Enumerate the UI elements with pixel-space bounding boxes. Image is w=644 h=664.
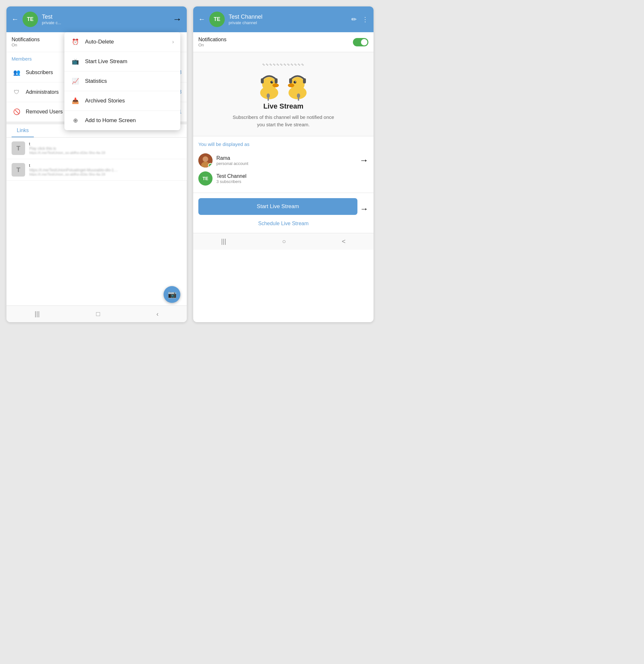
notifications-toggle[interactable] <box>353 38 368 46</box>
schedule-live-stream-link[interactable]: Schedule Live Stream <box>198 220 368 228</box>
auto-delete-label: Auto-Delete <box>85 39 167 45</box>
link-item-1[interactable]: T t Play click this is https://t.me/Test… <box>6 138 187 159</box>
link-title-1: t <box>29 141 181 146</box>
channel-subtitle: private c... <box>42 20 169 25</box>
svg-point-4 <box>272 82 273 82</box>
administrators-icon: 🛡 <box>12 87 22 97</box>
right-channel-name: Test Channel <box>229 14 347 20</box>
personal-type: personal account <box>216 161 357 166</box>
right-header-actions: ✏ ⋮ <box>351 16 368 23</box>
nav-square[interactable]: □ <box>96 310 100 318</box>
dropdown-item-archived-stories[interactable]: 📥 Archived Stories <box>64 91 180 111</box>
start-live-stream-label: Start Live Stream <box>85 58 174 65</box>
channel-info: Test private c... <box>42 14 169 25</box>
verified-badge: ✓ <box>208 163 213 168</box>
ducks-row <box>256 69 310 102</box>
archived-stories-icon: 📥 <box>71 96 80 105</box>
right-bottom-nav: ||| ○ < <box>193 233 373 250</box>
notifications-toggle-row: Notifications On <box>193 32 373 52</box>
right-back-button[interactable]: ← <box>198 15 206 23</box>
add-home-icon: ⊕ <box>71 116 80 125</box>
actions-section: Start Live Stream → Schedule Live Stream <box>193 193 373 233</box>
channel-account-row[interactable]: TE Test Channel 3 subscribers <box>198 169 368 187</box>
notifications-info: Notifications On <box>198 37 353 47</box>
right-nav-back[interactable]: < <box>342 238 346 245</box>
right-header: ← TE Test Channel private channel ✏ ⋮ <box>193 6 373 32</box>
link-desc-2: https://t.me/TestUnionPoluatinget-Muuoab… <box>29 168 119 172</box>
link-url-2: https://t.me/TestUnion_so-abfho-d1bc-5ho… <box>29 172 119 176</box>
right-nav-circle[interactable]: ○ <box>282 238 286 245</box>
add-home-label: Add to Home Screen <box>85 117 174 124</box>
links-tab[interactable]: Links <box>12 124 34 137</box>
channel-account-name: Test Channel <box>216 173 368 179</box>
right-notifications-label: Notifications <box>198 37 353 43</box>
personal-avatar: ✓ <box>198 153 213 168</box>
link-title-2: t <box>29 163 181 168</box>
camera-icon: 📷 <box>168 290 176 299</box>
duck-left <box>256 69 282 102</box>
link-url-1: https://t.me/TestUnion_so-abfho-d1bc-5ho… <box>29 151 119 154</box>
live-stream-icon: 📺 <box>71 57 80 66</box>
dropdown-item-add-to-home-screen[interactable]: ⊕ Add to Home Screen <box>64 111 180 130</box>
start-live-stream-label: Start Live Stream <box>257 203 299 210</box>
left-header: ← TE Test private c... → <box>6 6 187 32</box>
live-stream-section: ∿∿∿∿∿∿∿∿∿∿∿∿ <box>193 52 373 136</box>
statistics-label: Statistics <box>85 78 174 84</box>
bottom-nav: ||| □ ‹ <box>6 306 187 322</box>
svg-point-17 <box>297 94 300 98</box>
svg-point-2 <box>273 83 279 87</box>
dropdown-menu: ⏰ Auto-Delete › 📺 Start Live Stream 📈 St… <box>64 32 180 130</box>
link-item-2[interactable]: T t https://t.me/TestUnionPoluatinget-Mu… <box>6 159 187 181</box>
channel-account-info: Test Channel 3 subscribers <box>216 173 368 184</box>
right-nav-home[interactable]: ||| <box>221 238 227 245</box>
link-thumb-1: T <box>12 141 25 155</box>
svg-point-21 <box>203 157 208 162</box>
back-button[interactable]: ← <box>12 15 19 23</box>
chevron-right-icon: › <box>172 39 174 45</box>
right-notifications-value: On <box>198 43 353 47</box>
link-desc-1: Play click this is <box>29 146 119 151</box>
link-thumb-2: T <box>12 163 25 177</box>
auto-delete-icon: ⏰ <box>71 37 80 46</box>
right-phone: ← TE Test Channel private channel ✏ ⋮ No… <box>193 6 373 322</box>
edit-icon[interactable]: ✏ <box>351 16 357 23</box>
start-btn-arrow: → <box>360 204 368 214</box>
dropdown-item-start-live-stream[interactable]: 📺 Start Live Stream <box>64 52 180 71</box>
svg-point-11 <box>288 83 294 87</box>
right-channel-subtitle: private channel <box>229 20 347 25</box>
toggle-knob <box>361 39 367 45</box>
account-arrow: → <box>359 155 368 166</box>
dropdown-item-statistics[interactable]: 📈 Statistics <box>64 71 180 91</box>
personal-account-info: Rama personal account <box>216 155 357 166</box>
annotation-arrow: → <box>173 14 181 24</box>
right-channel-info: Test Channel private channel <box>229 14 347 25</box>
channel-account-type: 3 subscribers <box>216 179 368 184</box>
link-content-2: t https://t.me/TestUnionPoluatinget-Muuo… <box>29 163 181 176</box>
sound-waves: ∿∿∿∿∿∿∿∿∿∿∿∿ <box>262 62 305 67</box>
links-section: Links T t Play click this is https://t.m… <box>6 124 187 181</box>
right-avatar: TE <box>209 12 225 27</box>
svg-point-13 <box>295 82 296 82</box>
live-stream-desc: Subscribers of this channel will be noti… <box>229 114 338 128</box>
live-stream-title: Live Stream <box>263 102 304 110</box>
nav-back[interactable]: ‹ <box>156 310 159 318</box>
more-icon[interactable]: ⋮ <box>362 16 368 23</box>
displayed-as-title: You will be displayed as <box>198 141 368 147</box>
personal-account-row[interactable]: ✓ Rama personal account <box>198 151 357 169</box>
svg-point-8 <box>266 94 270 98</box>
avatar: TE <box>23 12 38 27</box>
channel-name: Test <box>42 14 169 20</box>
link-content-1: t Play click this is https://t.me/TestUn… <box>29 141 181 154</box>
start-live-stream-button[interactable]: Start Live Stream <box>198 198 358 215</box>
duck-illustration: ∿∿∿∿∿∿∿∿∿∿∿∿ <box>256 62 310 102</box>
camera-fab[interactable]: 📷 <box>164 286 180 303</box>
removed-users-icon: 🚫 <box>12 107 22 117</box>
personal-name: Rama <box>216 155 357 161</box>
channel-avatar: TE <box>198 171 213 186</box>
subscribers-icon: 👥 <box>12 67 22 78</box>
dropdown-item-auto-delete[interactable]: ⏰ Auto-Delete › <box>64 32 180 52</box>
duck-right <box>285 69 310 102</box>
archived-stories-label: Archived Stories <box>85 98 174 104</box>
nav-home[interactable]: ||| <box>35 310 40 318</box>
statistics-icon: 📈 <box>71 77 80 86</box>
